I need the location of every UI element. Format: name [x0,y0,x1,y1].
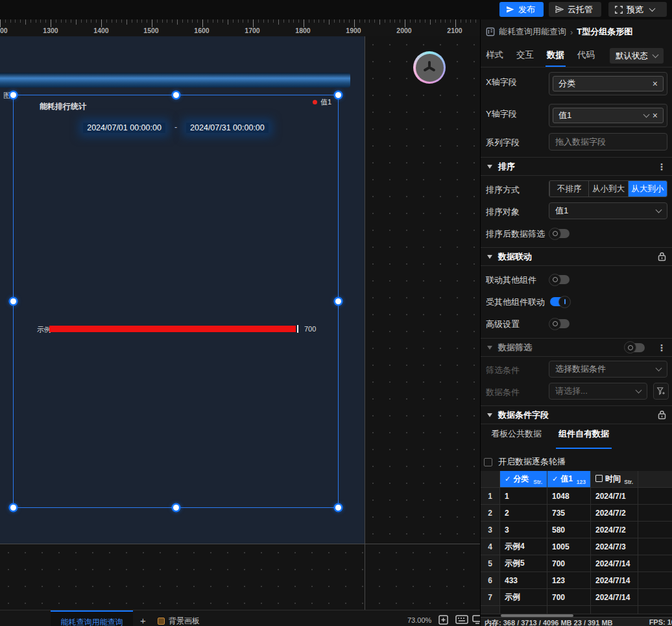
column-checked-icon[interactable] [552,475,558,483]
panel-tab[interactable]: 数据 [547,49,564,67]
kebab-menu-icon[interactable]: ⋮ [657,343,666,353]
series-dropzone[interactable]: 拖入数据字段 [549,133,667,150]
sort-mode-option[interactable]: 从小到大 [588,181,627,197]
collapse-caret-icon[interactable] [487,413,492,417]
add-page-button[interactable]: + [140,615,146,626]
table-row[interactable]: 3 3 580 2024/7/2 [481,522,672,538]
resize-handle-w[interactable] [10,298,16,304]
cell-time[interactable]: 2024/7/14 [591,572,638,589]
column-header[interactable]: 分类 Str. [500,471,547,488]
linkage-section-header[interactable]: 数据联动 [481,247,672,266]
filter-section-header[interactable]: 数据筛选 ⋮ [481,338,672,357]
cell-value[interactable]: 580 [547,522,591,538]
resize-handle-s[interactable] [173,505,179,511]
column-header[interactable]: 值1 123 [547,471,591,488]
table-row[interactable]: 2 2 735 2024/7/2 [481,505,672,522]
date-end[interactable]: 2024/07/31 00:00:00 [186,123,269,133]
condition-field-section-header[interactable]: 数据条件字段 [481,405,672,424]
bar[interactable] [49,326,296,332]
panel-tab[interactable]: 代码 [577,49,595,67]
fit-canvas-icon[interactable] [438,615,448,625]
cell-category[interactable]: 3 [500,522,547,538]
zoom-level[interactable]: 73.00% [407,616,431,624]
cell-category[interactable]: 2 [500,505,547,522]
linkage-toggle[interactable] [550,319,570,328]
resize-handle-nw[interactable] [10,92,16,98]
clear-icon[interactable]: × [653,79,658,88]
cloud-hosting-button[interactable]: 云托管 [549,2,601,17]
add-filter-button[interactable] [653,383,669,400]
x-axis-dropzone[interactable]: 分类 × [549,72,667,95]
canvas-outside-area[interactable] [365,36,480,544]
page-tab-active[interactable]: 能耗查询用能查询 [51,610,133,626]
assistant-bubble[interactable] [413,51,446,84]
sort-mode-option[interactable]: 从大到小 [628,181,667,197]
cell-value[interactable]: 700 [547,589,591,606]
collapse-caret-icon[interactable] [487,165,492,169]
resize-handle-n[interactable] [173,92,179,98]
table-row[interactable]: 6 433 123 2024/7/14 [481,572,672,589]
cell-time[interactable]: 2024/7/14 [591,589,638,606]
date-start[interactable]: 2024/07/01 00:00:00 [83,123,165,133]
y-axis-dropzone[interactable]: 值1 × [549,104,667,127]
linkage-toggle[interactable] [550,297,570,306]
cell-category[interactable]: 433 [500,572,547,589]
filter-condition-select[interactable]: 选择数据条件 [549,361,667,378]
cell-category[interactable]: 1 [500,488,547,505]
column-unchecked-icon[interactable] [595,475,603,483]
carousel-checkbox[interactable] [484,458,492,466]
column-header[interactable]: 时间 Str. [591,471,638,488]
cell-value[interactable]: 1005 [547,538,591,555]
column-checked-icon[interactable] [505,475,510,483]
preview-button[interactable]: 预览 [608,2,667,17]
x-axis-field-chip[interactable]: 分类 × [553,76,664,91]
table-row[interactable]: 1 1 1048 2024/7/1 [481,488,672,505]
lock-icon[interactable] [658,252,666,261]
page-tab-background-board[interactable]: 背景画板 [158,616,200,626]
panel-tab[interactable]: 样式 [486,49,503,67]
keyboard-shortcuts-icon[interactable] [455,615,468,624]
cell-value[interactable]: 1048 [547,488,591,505]
cell-value[interactable]: 735 [547,505,591,522]
data-source-tab[interactable]: 看板公共数据 [491,428,542,449]
cell-time[interactable]: 2024/7/3 [591,538,638,555]
filter-section-toggle[interactable] [625,343,645,352]
data-condition-select[interactable]: 请选择... [549,383,647,400]
cell-time[interactable]: 2024/7/1 [591,488,638,505]
data-source-tab[interactable]: 组件自有数据 [558,428,609,449]
collapse-caret-icon[interactable] [487,255,492,259]
cell-value[interactable]: 700 [547,555,591,572]
breadcrumb-parent[interactable]: 能耗查询用能查询 [499,26,566,38]
sort-target-select[interactable]: 值1 [549,202,667,219]
panel-tab[interactable]: 交互 [516,49,534,67]
table-row[interactable]: 5 示例5 700 2024/7/14 [481,555,672,572]
y-axis-field-chip[interactable]: 值1 × [553,108,664,123]
state-selector[interactable]: 默认状态 [610,48,664,64]
table-row[interactable]: 7 示例 700 2024/7/14 [481,589,672,606]
sort-section-header[interactable]: 排序 ⋮ [481,157,672,176]
cell-category[interactable]: 示例 [500,589,547,606]
cell-time[interactable]: 2024/7/2 [591,522,638,538]
sort-mode-option[interactable]: 不排序 [549,181,588,197]
kebab-menu-icon[interactable]: ⋮ [657,162,666,172]
lock-icon[interactable] [658,410,666,420]
table-row[interactable]: 4 示例4 1005 2024/7/3 [481,538,672,555]
cell-category[interactable]: 示例5 [500,555,547,572]
resize-handle-ne[interactable] [335,92,341,98]
sort-filter-after-toggle[interactable] [550,229,570,238]
chevron-down-icon[interactable] [643,111,649,117]
cell-value[interactable]: 123 [547,572,591,589]
monitor-icon[interactable] [472,615,480,624]
bar-chart-component[interactable]: 图1 能耗排行统计 值1 2024/07/01 00:00:00 - 2024/… [13,95,339,508]
resize-handle-sw[interactable] [10,505,16,511]
publish-button[interactable]: 发布 [499,2,544,17]
collapse-caret-icon[interactable] [487,346,492,350]
resize-handle-e[interactable] [335,298,341,304]
cell-category[interactable]: 示例4 [500,538,547,555]
editor-canvas[interactable]: 00130014001500160017001800190020002100 图… [0,19,480,626]
cell-time[interactable]: 2024/7/14 [591,555,638,572]
linkage-toggle[interactable] [550,275,570,284]
canvas-outside-bottom[interactable] [0,544,480,610]
resize-handle-se[interactable] [335,505,341,511]
cell-time[interactable]: 2024/7/2 [591,505,638,522]
